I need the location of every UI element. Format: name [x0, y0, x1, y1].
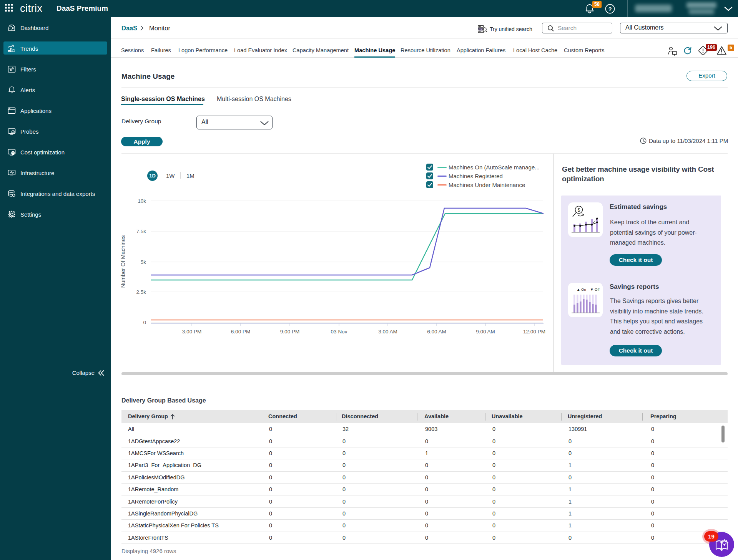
- svg-text:5k: 5k: [141, 259, 146, 265]
- svg-text:$: $: [578, 207, 580, 213]
- svg-text:3:00 AM: 3:00 AM: [378, 329, 397, 335]
- svg-text:3:00 PM: 3:00 PM: [182, 329, 201, 335]
- svg-text:12:00 PM: 12:00 PM: [523, 329, 545, 335]
- svg-text:$: $: [12, 152, 14, 155]
- svg-text:6:00 PM: 6:00 PM: [231, 329, 250, 335]
- svg-text:0: 0: [143, 320, 146, 325]
- svg-text:7.5k: 7.5k: [136, 229, 146, 234]
- svg-text:6:00 AM: 6:00 AM: [427, 329, 446, 335]
- svg-text:9:00 AM: 9:00 AM: [476, 329, 495, 335]
- svg-text:10k: 10k: [138, 198, 146, 204]
- svg-text:?: ?: [608, 6, 612, 12]
- svg-text:▲ On: ▲ On: [577, 287, 586, 292]
- svg-text:2.5k: 2.5k: [136, 289, 146, 295]
- svg-text:03 Nov: 03 Nov: [331, 329, 347, 335]
- svg-text:Number Of Machines: Number Of Machines: [120, 235, 126, 288]
- svg-text:▼ Off: ▼ Off: [590, 287, 600, 292]
- svg-text:9:00 PM: 9:00 PM: [280, 329, 299, 335]
